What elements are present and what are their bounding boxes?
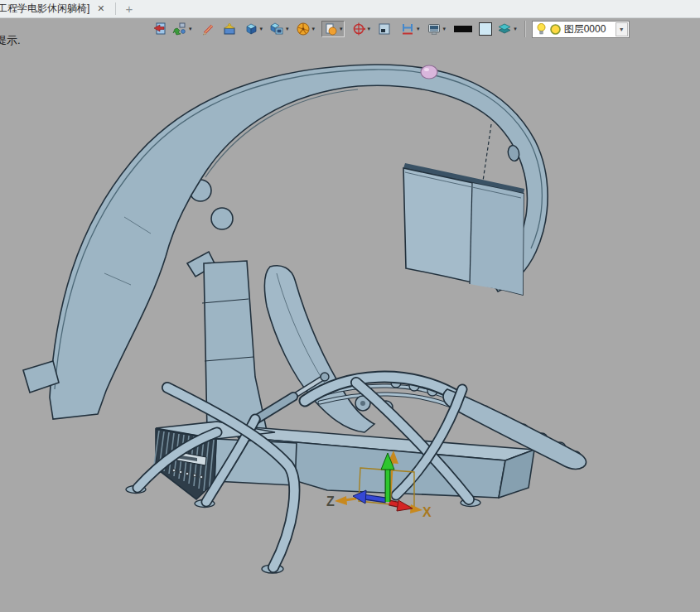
display-settings-icon[interactable]: ▾	[427, 21, 447, 37]
layer-combo-value: 图层0000	[564, 22, 609, 36]
layers-icon[interactable]: ▾	[497, 21, 517, 37]
tab-recliner-document[interactable]: 工程学电影休闲躺椅] ✕	[0, 0, 110, 17]
zoom-window-icon[interactable]	[377, 21, 392, 37]
dropdown-arrow-icon[interactable]: ▾	[260, 26, 263, 32]
layer-visibility-bulb-icon	[536, 22, 547, 36]
render-spray-icon[interactable]: ▾	[172, 21, 192, 37]
toolbar: ▾ ▾ ▾ ▾ ▾	[0, 18, 700, 40]
line-width-swatch[interactable]	[454, 21, 472, 37]
dropdown-arrow-icon[interactable]: ▾	[286, 26, 289, 32]
z-axis-label: Z	[326, 494, 335, 508]
top-knob	[421, 65, 437, 79]
new-tab-button[interactable]: +	[126, 2, 133, 15]
viewport-canvas[interactable]: Z X	[0, 0, 700, 612]
sketch-box-icon[interactable]	[222, 21, 237, 37]
layer-color-swatch	[549, 23, 562, 36]
dimension-style-icon[interactable]: ▾	[400, 21, 420, 37]
x-axis-arrow	[397, 500, 413, 511]
dropdown-arrow-icon[interactable]: ▾	[417, 26, 420, 32]
layer-combo-dropdown-icon[interactable]: ▼	[616, 22, 628, 36]
line-color-swatch[interactable]	[479, 21, 492, 37]
dropdown-arrow-icon[interactable]: ▾	[368, 26, 371, 32]
dropdown-arrow-icon[interactable]: ▾	[443, 26, 447, 32]
curved-monitor-screen	[403, 163, 524, 295]
dropdown-arrow-icon[interactable]: ▾	[189, 26, 192, 32]
x-axis-label: X	[422, 505, 432, 519]
color-wheel-icon[interactable]: ▾	[296, 21, 316, 37]
world-z-arrow	[335, 496, 347, 505]
tab-close-icon[interactable]: ✕	[97, 4, 104, 13]
toolbar-separator	[524, 21, 526, 37]
recliner-chair-model[interactable]: Z X	[23, 65, 586, 573]
solid-cube-icon[interactable]: ▾	[244, 21, 263, 37]
dropdown-arrow-icon[interactable]: ▾	[312, 26, 316, 32]
exit-environment-icon[interactable]	[152, 21, 167, 37]
top-knob-highlight	[424, 68, 429, 71]
dropdown-arrow-icon[interactable]: ▾	[340, 26, 343, 32]
rotate-view-icon[interactable]: ▾	[351, 21, 371, 37]
layer-combobox[interactable]: 图层0000 ▼	[532, 21, 630, 38]
tab-bar: 工程学电影休闲躺椅] ✕ +	[0, 0, 700, 18]
render-mode-icon[interactable]: ▾	[321, 21, 345, 37]
arch-scroll-bump	[211, 208, 233, 229]
sketch-pencil-icon[interactable]	[200, 21, 215, 37]
view-window-cube-icon[interactable]: ▾	[269, 21, 289, 37]
tab-separator	[115, 2, 116, 15]
dropdown-arrow-icon[interactable]: ▾	[514, 26, 517, 32]
tab-title: 工程学电影休闲躺椅]	[0, 2, 89, 16]
